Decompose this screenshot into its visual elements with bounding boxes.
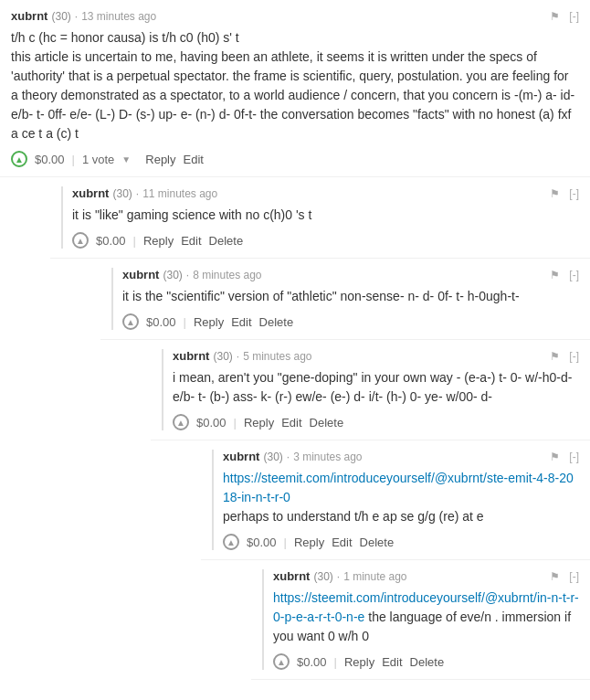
rep-c5: (30) [313, 570, 332, 583]
flag-icon-c0[interactable]: ⚑ [550, 10, 560, 23]
username-c0[interactable]: xubrnt [11, 9, 47, 23]
rep-c2: (30) [163, 269, 182, 281]
username-c3[interactable]: xubrnt [173, 349, 209, 363]
comment-indent-c1: xubrnt (30) · 11 minutes ago ⚑ [-] it is… [61, 186, 579, 249]
edit-link-c5[interactable]: Edit [382, 655, 402, 669]
reply-link-c4[interactable]: Reply [294, 536, 324, 549]
comment-body-c1: it is "like" gaming science with no c(h)… [72, 206, 579, 225]
delete-link-c3[interactable]: Delete [310, 416, 344, 430]
flag-icon-c4[interactable]: ⚑ [550, 451, 560, 463]
edit-link-c2[interactable]: Edit [231, 315, 251, 329]
comment-indent-c4: xubrnt (30) · 3 minutes ago ⚑ [-] https:… [212, 450, 579, 550]
edit-link-c1[interactable]: Edit [181, 234, 201, 248]
comment-link-c4[interactable]: https://steemit.com/introduceyourself/@x… [223, 471, 574, 504]
comment-header-c5: xubrnt (30) · 1 minute ago ⚑ [-] [273, 569, 579, 583]
rep-c0: (30) [51, 10, 70, 23]
edit-link-c4[interactable]: Edit [332, 536, 352, 549]
collapse-icon-c0[interactable]: [-] [569, 10, 579, 23]
comment-c0: xubrnt (30) · 13 minutes ago ⚑ [-] t/h c… [0, 0, 590, 177]
dollar-c0: $0.00 [35, 153, 65, 166]
comment-c3: xubrnt (30) · 5 minutes ago ⚑ [-] i mean… [151, 340, 590, 440]
comment-c1: xubrnt (30) · 11 minutes ago ⚑ [-] it is… [50, 177, 590, 259]
timestamp-c3: 5 minutes ago [243, 350, 311, 363]
upvote-circle-c0: ▲ [11, 151, 27, 167]
upvote-btn-c2[interactable]: ▲ [122, 313, 139, 330]
timestamp-c1: 11 minutes ago [142, 187, 217, 200]
delete-link-c4[interactable]: Delete [360, 536, 395, 549]
comment-body-c3: i mean, aren't you "gene-doping" in your… [173, 368, 579, 407]
timestamp-c0: 13 minutes ago [81, 10, 156, 23]
comments-container: xubrnt (30) · 13 minutes ago ⚑ [-] t/h c… [0, 0, 590, 680]
comment-c2: xubrnt (30) · 8 minutes ago ⚑ [-] it is … [100, 259, 590, 340]
comment-actions-c4: ▲ $0.00 | Reply Edit Delete [223, 534, 579, 550]
rep-c4: (30) [263, 451, 282, 463]
upvote-circle-c1: ▲ [72, 232, 89, 249]
dollar-c1: $0.00 [96, 234, 126, 248]
dollar-c3: $0.00 [196, 416, 227, 430]
comment-actions-c2: ▲ $0.00 | Reply Edit Delete [122, 313, 579, 330]
comment-indent-c5: xubrnt (30) · 1 minute ago ⚑ [-] https:/… [262, 569, 579, 670]
flag-icon-c2[interactable]: ⚑ [550, 269, 560, 281]
collapse-icon-c4[interactable]: [-] [569, 451, 579, 463]
comment-header-c2: xubrnt (30) · 8 minutes ago ⚑ [-] [122, 268, 579, 281]
dollar-c5: $0.00 [297, 655, 327, 669]
dollar-c2: $0.00 [146, 315, 176, 329]
upvote-btn-c4[interactable]: ▲ [223, 534, 239, 550]
timestamp-c4: 3 minutes ago [293, 451, 362, 463]
comment-body-c2: it is the "scientific" version of "athle… [122, 287, 579, 306]
rep-c1: (30) [112, 187, 132, 200]
vote-arrow-c0[interactable]: ▼ [121, 154, 131, 164]
dollar-c4: $0.00 [247, 536, 277, 549]
username-c2[interactable]: xubrnt [122, 268, 159, 281]
delete-link-c5[interactable]: Delete [410, 655, 445, 669]
upvote-circle-c4: ▲ [223, 534, 239, 550]
upvote-circle-c2: ▲ [122, 313, 139, 330]
flag-icon-c3[interactable]: ⚑ [550, 350, 560, 363]
upvote-btn-c5[interactable]: ▲ [273, 653, 290, 670]
comment-actions-c1: ▲ $0.00 | Reply Edit Delete [72, 232, 579, 249]
reply-link-c1[interactable]: Reply [143, 234, 174, 248]
comment-header-c1: xubrnt (30) · 11 minutes ago ⚑ [-] [72, 186, 579, 200]
comment-body-c4: https://steemit.com/introduceyourself/@x… [223, 469, 579, 526]
edit-link-c0[interactable]: Edit [184, 153, 204, 166]
comment-header-c3: xubrnt (30) · 5 minutes ago ⚑ [-] [173, 349, 579, 363]
reply-link-c5[interactable]: Reply [344, 655, 374, 669]
username-c5[interactable]: xubrnt [273, 569, 310, 583]
reply-link-c3[interactable]: Reply [244, 416, 274, 430]
rep-c3: (30) [213, 350, 232, 363]
reply-link-c0[interactable]: Reply [145, 153, 175, 166]
upvote-btn-c0[interactable]: ▲ [11, 151, 27, 167]
delete-link-c1[interactable]: Delete [209, 234, 244, 248]
timestamp-c5: 1 minute ago [343, 570, 406, 583]
comment-body-c5: https://steemit.com/introduceyourself/@x… [273, 589, 579, 646]
comment-c4: xubrnt (30) · 3 minutes ago ⚑ [-] https:… [201, 440, 590, 560]
flag-icon-c1[interactable]: ⚑ [550, 187, 560, 200]
collapse-icon-c2[interactable]: [-] [569, 269, 579, 281]
comment-actions-c0: ▲ $0.00 | 1 vote ▼ Reply Edit [11, 151, 579, 167]
comment-indent-c2: xubrnt (30) · 8 minutes ago ⚑ [-] it is … [111, 268, 579, 330]
collapse-icon-c1[interactable]: [-] [569, 187, 579, 200]
comment-header-c0: xubrnt (30) · 13 minutes ago ⚑ [-] [11, 9, 579, 23]
comment-indent-c3: xubrnt (30) · 5 minutes ago ⚑ [-] i mean… [162, 349, 579, 430]
collapse-icon-c3[interactable]: [-] [569, 350, 579, 363]
upvote-circle-c3: ▲ [173, 414, 189, 430]
collapse-icon-c5[interactable]: [-] [569, 570, 579, 583]
vote-count-c0: 1 vote [82, 153, 114, 166]
reply-link-c2[interactable]: Reply [194, 315, 224, 329]
upvote-btn-c1[interactable]: ▲ [72, 232, 89, 249]
upvote-circle-c5: ▲ [273, 653, 290, 670]
comment-actions-c5: ▲ $0.00 | Reply Edit Delete [273, 653, 579, 670]
flag-icon-c5[interactable]: ⚑ [550, 570, 560, 583]
username-c1[interactable]: xubrnt [72, 186, 109, 200]
comment-text-c4: perhaps to understand t/h e ap se g/g (r… [223, 509, 484, 524]
username-c4[interactable]: xubrnt [223, 450, 259, 463]
comment-actions-c3: ▲ $0.00 | Reply Edit Delete [173, 414, 579, 430]
comment-c5: xubrnt (30) · 1 minute ago ⚑ [-] https:/… [251, 560, 590, 680]
edit-link-c3[interactable]: Edit [281, 416, 301, 430]
comment-header-c4: xubrnt (30) · 3 minutes ago ⚑ [-] [223, 450, 579, 463]
upvote-btn-c3[interactable]: ▲ [173, 414, 189, 430]
comment-body-c0: t/h c (hc = honor causa) is t/h c0 (h0) … [11, 28, 579, 143]
timestamp-c2: 8 minutes ago [193, 269, 261, 281]
delete-link-c2[interactable]: Delete [259, 315, 294, 329]
